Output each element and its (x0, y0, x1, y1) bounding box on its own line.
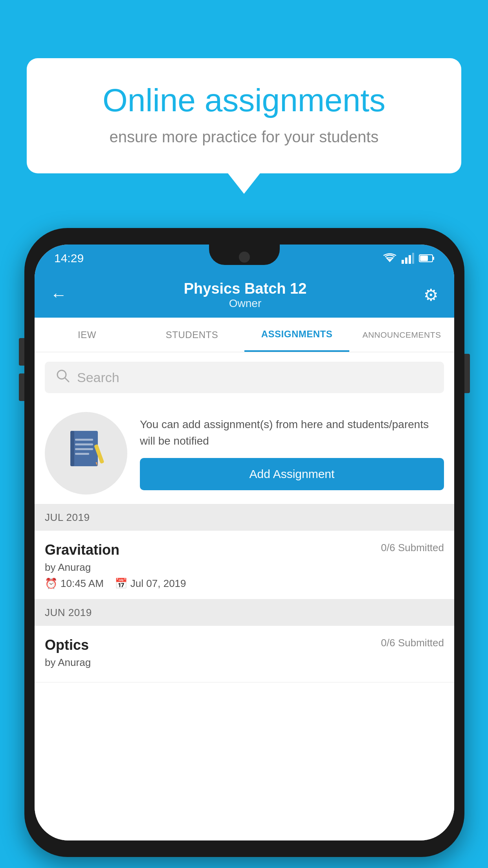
assignment-submitted-optics: 0/6 Submitted (381, 637, 444, 649)
assignment-item-gravitation[interactable]: Gravitation 0/6 Submitted by Anurag ⏰ 10… (35, 531, 454, 600)
settings-button[interactable]: ⚙ (424, 285, 438, 305)
empty-state-row: You can add assignment(s) from here and … (35, 401, 454, 504)
search-placeholder: Search (77, 370, 119, 385)
power-button[interactable] (464, 354, 470, 393)
tab-students[interactable]: STUDENTS (139, 318, 244, 352)
status-time: 14:29 (54, 252, 84, 265)
speech-bubble: Online assignments ensure more practice … (27, 58, 461, 173)
assignment-date-value: Jul 07, 2019 (130, 577, 186, 590)
svg-line-8 (65, 378, 69, 382)
speech-bubble-container: Online assignments ensure more practice … (27, 58, 461, 173)
assignment-time-value: 10:45 AM (61, 577, 104, 590)
speech-bubble-title: Online assignments (58, 82, 430, 119)
tab-announcements[interactable]: ANNOUNCEMENTS (349, 318, 454, 352)
assignment-date: 📅 Jul 07, 2019 (115, 577, 186, 590)
header-title-area: Physics Batch 12 Owner (184, 280, 307, 310)
svg-rect-1 (405, 257, 407, 264)
phone-screen: 14:29 (35, 245, 454, 840)
section-header-jul: JUL 2019 (35, 504, 454, 531)
wifi-icon (383, 253, 397, 264)
assignment-title-gravitation: Gravitation (45, 542, 119, 558)
section-header-jun: JUN 2019 (35, 600, 454, 626)
calendar-icon: 📅 (115, 577, 127, 590)
assignment-top-row: Gravitation 0/6 Submitted (45, 542, 444, 558)
assignment-by-optics: by Anurag (45, 657, 444, 669)
svg-rect-11 (75, 443, 93, 445)
notebook-icon-wrap (45, 412, 127, 495)
empty-state-description: You can add assignment(s) from here and … (140, 416, 444, 449)
tab-iew[interactable]: IEW (35, 318, 139, 352)
phone-frame: 14:29 (24, 228, 464, 857)
battery-icon (419, 254, 435, 263)
assignment-time: ⏰ 10:45 AM (45, 577, 104, 590)
tabs-bar: IEW STUDENTS ASSIGNMENTS ANNOUNCEMENTS (35, 318, 454, 352)
empty-state-right: You can add assignment(s) from here and … (140, 416, 444, 490)
assignment-item-optics[interactable]: Optics 0/6 Submitted by Anurag (35, 626, 454, 682)
signal-icon (402, 253, 414, 264)
svg-rect-12 (75, 448, 93, 450)
volume-down-button[interactable] (19, 373, 24, 401)
camera (239, 252, 250, 263)
batch-subtitle: Owner (184, 297, 307, 310)
svg-rect-6 (420, 256, 428, 261)
notebook-icon (66, 428, 106, 479)
svg-rect-5 (433, 257, 434, 260)
assignment-submitted-gravitation: 0/6 Submitted (381, 542, 444, 554)
search-icon (56, 369, 70, 386)
add-assignment-button[interactable]: Add Assignment (140, 458, 444, 490)
assignment-by-gravitation: by Anurag (45, 561, 444, 574)
assignment-title-optics: Optics (45, 637, 89, 653)
assignment-top-row-optics: Optics 0/6 Submitted (45, 637, 444, 653)
batch-title: Physics Batch 12 (184, 280, 307, 297)
clock-icon: ⏰ (45, 577, 57, 590)
tab-assignments[interactable]: ASSIGNMENTS (244, 318, 349, 352)
back-button[interactable]: ← (50, 285, 67, 304)
svg-rect-2 (409, 255, 411, 264)
notch (209, 245, 280, 265)
svg-rect-0 (402, 260, 404, 264)
assignment-meta-gravitation: ⏰ 10:45 AM 📅 Jul 07, 2019 (45, 577, 444, 590)
speech-bubble-subtitle: ensure more practice for your students (58, 128, 430, 146)
content-area: Search (35, 352, 454, 840)
app-header: ← Physics Batch 12 Owner ⚙ (35, 272, 454, 318)
status-icons (383, 253, 435, 264)
svg-rect-3 (412, 253, 414, 264)
search-bar[interactable]: Search (45, 362, 444, 393)
svg-rect-13 (75, 453, 89, 455)
volume-up-button[interactable] (19, 338, 24, 366)
svg-rect-14 (70, 431, 74, 466)
svg-rect-10 (75, 439, 93, 441)
